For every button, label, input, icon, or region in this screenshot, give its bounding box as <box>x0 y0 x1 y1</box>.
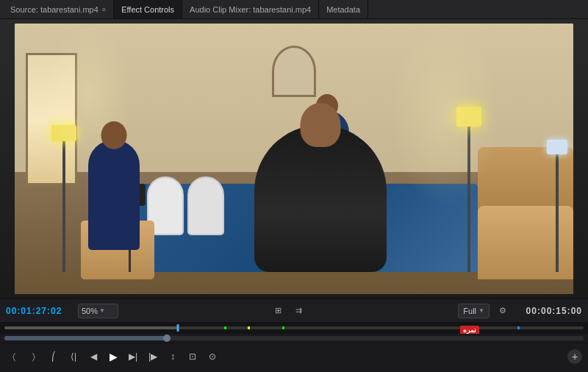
quality-select[interactable]: Full ▼ <box>458 304 490 318</box>
scene-person-cameraman-head <box>101 121 127 149</box>
video-scene <box>15 24 573 294</box>
add-button-label: + <box>572 351 578 362</box>
set-in-button[interactable]: ⎛ <box>46 348 62 365</box>
scrubber-track[interactable] <box>4 336 584 340</box>
tab-metadata-label: Metadata <box>326 5 360 14</box>
tab-metadata[interactable]: Metadata <box>319 0 368 18</box>
timeline-badge[interactable]: نمره <box>460 324 479 334</box>
zoom-chevron-icon: ▼ <box>99 307 105 314</box>
transfer-icon[interactable]: ⇉ <box>291 304 306 318</box>
timeline-progress <box>4 326 178 329</box>
timeline-bar[interactable]: نمره <box>0 322 588 334</box>
add-button[interactable]: + <box>567 349 582 364</box>
tab-effect-controls[interactable]: Effect Controls <box>114 0 182 18</box>
scene-person-main-head <box>301 103 341 147</box>
scene-wall-decor <box>272 46 316 97</box>
play-button[interactable]: ▶ <box>105 348 121 365</box>
tab-source-label: Source: tabarestani.mp4 <box>10 5 98 14</box>
timecode-current: 00:01:27:02 <box>6 306 72 316</box>
scene-light-stand-2 <box>467 125 470 272</box>
scene-person-cameraman <box>88 140 140 250</box>
scene-couch-right <box>478 206 573 279</box>
quality-label: Full <box>463 307 476 315</box>
scene-light-stand-3 <box>556 154 559 272</box>
timeline-marker-out <box>248 326 250 329</box>
timeline-marker-2 <box>282 326 284 329</box>
settings-icon[interactable]: ⚙ <box>495 304 510 318</box>
tab-source-icon: ≡ <box>102 6 106 13</box>
controls-bar: 00:01:27:02 50% ▼ ⊞ ⇉ Full ▼ ⚙ 00:00:15:… <box>0 298 588 322</box>
export-frame-button[interactable]: ⊡ <box>184 348 201 365</box>
timeline-track[interactable]: نمره <box>4 326 584 329</box>
tab-bar: Source: tabarestani.mp4 ≡ Effect Control… <box>0 0 588 19</box>
badge-text: نمره <box>460 326 479 334</box>
scene-light-stand-1 <box>62 140 65 272</box>
zoom-level-label: 50% <box>82 307 98 315</box>
scene-chair-2 <box>187 176 224 235</box>
step-back-frame-button[interactable]: ⟨| <box>65 348 82 365</box>
scene-window <box>26 53 77 185</box>
fit-frame-icon[interactable]: ⊞ <box>270 304 285 318</box>
scene-person-main <box>254 125 387 272</box>
timeline-marker-blue <box>517 326 520 329</box>
quality-chevron-icon: ▼ <box>478 307 484 314</box>
loop-button[interactable]: ↕ <box>165 348 181 365</box>
tab-source[interactable]: Source: tabarestani.mp4 ≡ <box>3 0 114 18</box>
tab-audio-clip-mixer-label: Audio Clip Mixer: tabarestani.mp4 <box>190 5 311 14</box>
tab-effect-controls-label: Effect Controls <box>121 5 174 14</box>
video-frame <box>0 19 588 298</box>
step-forward-frame-button[interactable]: |▶ <box>145 348 161 365</box>
scrubber-filled <box>4 336 167 340</box>
video-container <box>0 19 588 298</box>
scrubber-area[interactable] <box>0 334 588 343</box>
zoom-select[interactable]: 50% ▼ <box>78 304 118 318</box>
fast-forward-button[interactable]: ▶| <box>125 348 141 365</box>
timeline-playhead[interactable] <box>177 324 179 332</box>
mark-out-button[interactable]: 〉 <box>26 348 42 365</box>
scrubber-thumb[interactable] <box>163 335 171 342</box>
camera-button[interactable]: ⊙ <box>204 348 220 365</box>
mark-in-button[interactable]: 〈 <box>6 348 22 365</box>
transport-bar: 〈 〉 ⎛ ⟨| ◀ ▶ ▶| |▶ ↕ ⊡ ⊙ + <box>0 343 588 369</box>
timeline-marker-in <box>224 326 226 329</box>
tab-audio-clip-mixer[interactable]: Audio Clip Mixer: tabarestani.mp4 <box>182 0 319 18</box>
timecode-total: 00:00:15:00 <box>516 306 582 316</box>
rewind-button[interactable]: ◀ <box>85 348 101 365</box>
